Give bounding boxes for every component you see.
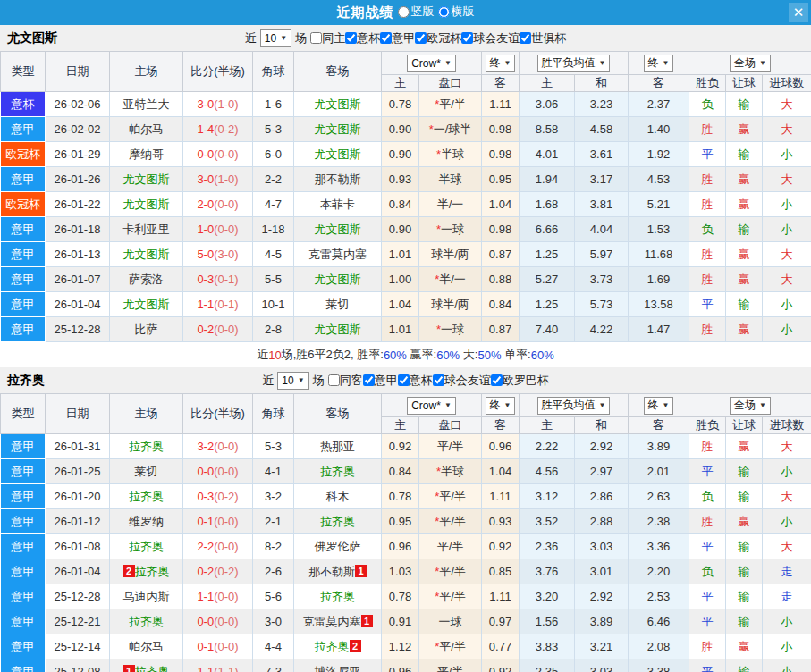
odds-away: 0.98 xyxy=(482,117,520,142)
filter-checkbox-意杯[interactable]: 意杯 xyxy=(398,373,433,389)
match-count-select[interactable]: 10▼ xyxy=(277,372,308,390)
filter-controls: 近10▼场同主意杯意甲欧冠杯球会友谊世俱杯 xyxy=(245,29,566,47)
win-draw-loss-result: 平 xyxy=(689,534,726,559)
match-date: 25-12-21 xyxy=(46,609,110,634)
layout-option-横版[interactable]: 横版 xyxy=(438,4,475,20)
match-date: 25-12-28 xyxy=(46,317,110,342)
table-row: 意甲26-01-12维罗纳0-1(0-0)2-1拉齐奥0.95*平/半0.933… xyxy=(1,509,811,534)
filter-checkbox-同主[interactable]: 同主 xyxy=(310,30,345,46)
odds-home: 1.01 xyxy=(382,317,419,342)
match-date: 26-01-08 xyxy=(46,534,110,559)
full-match-select[interactable]: 全场▼ xyxy=(730,397,771,415)
filter-checkbox-意甲[interactable]: 意甲 xyxy=(363,373,398,389)
odds-home: 0.78 xyxy=(382,92,419,117)
filter-checkbox-球会友谊[interactable]: 球会友谊 xyxy=(433,373,491,389)
final-odds-select[interactable]: 终▼ xyxy=(486,397,516,415)
handicap: 球半/两 xyxy=(419,292,482,317)
match-date: 26-01-29 xyxy=(46,142,110,167)
odds-away: 1.04 xyxy=(482,192,520,217)
sub-column-header-胜负: 胜负 xyxy=(689,75,726,92)
filter-checkbox-同客[interactable]: 同客 xyxy=(328,373,363,389)
avg-away-odds: 3.36 xyxy=(629,534,689,559)
score: 1-0(0-0) xyxy=(183,217,253,242)
avg-draw-odds: 3.81 xyxy=(575,192,629,217)
avg-home-odds: 1.94 xyxy=(520,167,575,192)
close-icon[interactable]: ✕ xyxy=(789,3,808,22)
layout-radio[interactable] xyxy=(398,6,410,18)
corners: 3-0 xyxy=(253,609,294,634)
corners: 1-18 xyxy=(253,217,294,242)
checkbox[interactable] xyxy=(461,32,473,44)
home-team: 拉齐奥 xyxy=(110,534,183,559)
checkbox[interactable] xyxy=(398,374,410,386)
chevron-down-icon: ▼ xyxy=(504,401,511,409)
red-card-badge: 1 xyxy=(123,665,135,672)
match-type-badge: 意甲 xyxy=(1,609,46,634)
avg-draw-odds: 3.03 xyxy=(575,534,629,559)
column-header-客场: 客场 xyxy=(294,52,382,92)
avg-odds-select[interactable]: 胜平负均值▼ xyxy=(537,397,611,415)
filter-checkbox-欧罗巴杯[interactable]: 欧罗巴杯 xyxy=(491,373,549,389)
win-draw-loss-result: 负 xyxy=(689,484,726,509)
odds-away: 0.92 xyxy=(482,534,520,559)
chevron-down-icon: ▼ xyxy=(280,34,287,42)
over-under-result: 小 xyxy=(763,459,811,484)
layout-radio[interactable] xyxy=(438,6,450,18)
filter-checkbox-意甲[interactable]: 意甲 xyxy=(380,30,415,46)
final-avg-select[interactable]: 终▼ xyxy=(644,397,674,415)
corners: 2-1 xyxy=(253,509,294,534)
away-team: 克雷莫内塞1 xyxy=(294,609,382,634)
chevron-down-icon: ▼ xyxy=(444,59,452,67)
table-row: 意甲26-01-26尤文图斯3-0(1-0)2-2那不勒斯0.93半球0.951… xyxy=(1,167,811,192)
odds-company-select[interactable]: Crow*▼ xyxy=(407,397,456,415)
layout-option-竖版[interactable]: 竖版 xyxy=(398,4,435,20)
odds-away: 1.04 xyxy=(482,459,520,484)
checkbox[interactable] xyxy=(345,32,357,44)
filter-checkbox-欧冠杯[interactable]: 欧冠杯 xyxy=(415,30,461,46)
sub-column-header-让球: 让球 xyxy=(726,417,763,434)
checkbox[interactable] xyxy=(415,32,427,44)
win-draw-loss-result: 胜 xyxy=(689,434,726,459)
checkbox[interactable] xyxy=(310,32,322,44)
checkbox[interactable] xyxy=(433,374,444,386)
chevron-down-icon: ▼ xyxy=(599,59,606,67)
full-match-select[interactable]: 全场▼ xyxy=(730,55,771,72)
avg-draw-odds: 2.92 xyxy=(575,584,629,609)
avg-draw-odds: 3.17 xyxy=(575,167,629,192)
filter-checkbox-意杯[interactable]: 意杯 xyxy=(345,30,380,46)
score: 3-0(1-0) xyxy=(183,92,253,117)
home-team: 萨索洛 xyxy=(110,267,183,292)
avg-draw-odds: 3.23 xyxy=(575,92,629,117)
odds-company-select[interactable]: Crow*▼ xyxy=(407,55,456,72)
match-date: 26-01-13 xyxy=(46,242,110,267)
checkbox[interactable] xyxy=(491,374,503,386)
odds-away: 1.11 xyxy=(482,92,520,117)
match-type-badge: 欧冠杯 xyxy=(1,142,46,167)
checkbox[interactable] xyxy=(520,32,531,44)
match-type-badge: 意甲 xyxy=(1,242,46,267)
checkbox[interactable] xyxy=(380,32,392,44)
corners: 4-7 xyxy=(253,192,294,217)
score: 0-2(0-0) xyxy=(183,317,253,342)
avg-home-odds: 2.22 xyxy=(520,434,575,459)
win-draw-loss-result: 负 xyxy=(689,92,726,117)
corners: 7-3 xyxy=(253,659,294,672)
over-under-result: 小 xyxy=(763,609,811,634)
match-date: 25-12-14 xyxy=(46,634,110,659)
table-row: 意甲26-01-04尤文图斯1-1(0-1)10-1莱切1.04球半/两0.84… xyxy=(1,292,811,317)
filter-checkbox-球会友谊[interactable]: 球会友谊 xyxy=(461,30,520,46)
over-under-result: 小 xyxy=(763,659,811,672)
match-date: 26-01-04 xyxy=(46,292,110,317)
recent-results-window: 近期战绩 竖版横版 ✕ 尤文图斯近10▼场同主意杯意甲欧冠杯球会友谊世俱杯类型日… xyxy=(0,0,811,672)
final-avg-select[interactable]: 终▼ xyxy=(644,55,674,72)
avg-odds-select[interactable]: 胜平负均值▼ xyxy=(537,55,611,72)
match-type-badge: 欧冠杯 xyxy=(1,192,46,217)
handicap: *平/半 xyxy=(419,484,482,509)
checkbox[interactable] xyxy=(363,374,375,386)
checkbox[interactable] xyxy=(328,374,340,386)
final-odds-select[interactable]: 终▼ xyxy=(486,55,516,72)
filter-checkbox-世俱杯[interactable]: 世俱杯 xyxy=(520,30,566,46)
avg-draw-odds: 5.97 xyxy=(575,242,629,267)
avg-away-odds: 13.58 xyxy=(629,292,689,317)
match-count-select[interactable]: 10▼ xyxy=(260,29,291,47)
